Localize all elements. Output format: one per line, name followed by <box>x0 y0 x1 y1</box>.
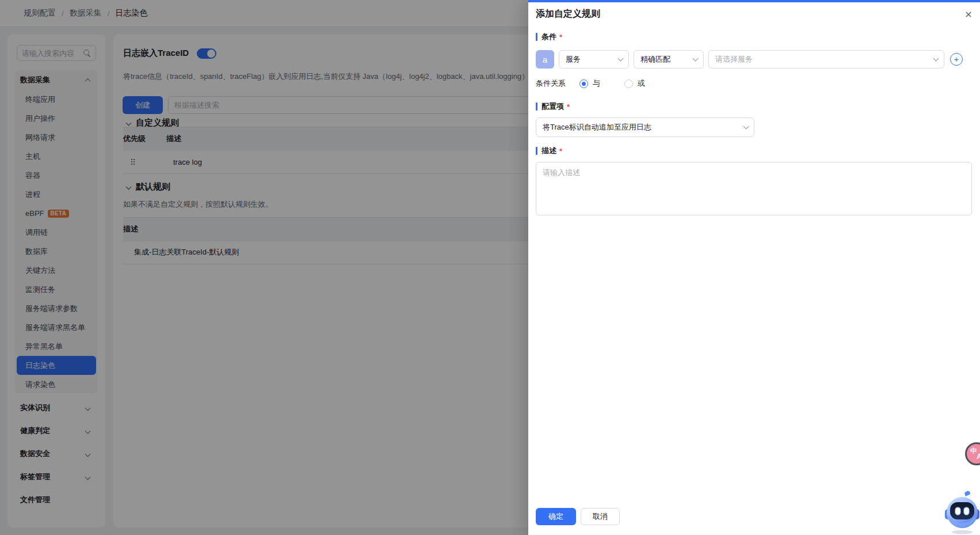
add-rule-drawer: 添加自定义规则 ✕ 条件 * a 服务 精确匹配 请选择服务 + 条件关系 <box>528 0 980 535</box>
required-asterisk: * <box>567 103 570 111</box>
required-asterisk: * <box>559 147 562 155</box>
cancel-button[interactable]: 取消 <box>581 508 620 525</box>
radio-label: 与 <box>593 78 600 89</box>
chevron-down-icon <box>618 56 624 62</box>
select-value: 精确匹配 <box>640 54 670 64</box>
section-accent-bar <box>536 33 537 41</box>
field-label: 描述 <box>542 146 556 156</box>
condition-badge: a <box>536 50 554 69</box>
add-condition-icon[interactable]: + <box>950 53 963 66</box>
drawer-title: 添加自定义规则 <box>536 8 600 20</box>
select-value: 将Trace标识自动追加至应用日志 <box>543 122 651 132</box>
drawer-footer: 确定 取消 <box>536 508 620 525</box>
translate-en-glyph: A <box>977 452 980 461</box>
section-accent-bar <box>536 103 537 111</box>
relation-label: 条件关系 <box>536 78 566 89</box>
condition-field-select[interactable]: 服务 <box>559 50 629 69</box>
chevron-down-icon <box>933 56 939 62</box>
condition-value-select[interactable]: 请选择服务 <box>708 50 944 69</box>
radio-checked-icon[interactable] <box>579 79 588 88</box>
condition-section-label: 条件 * <box>536 32 562 42</box>
relation-option-or[interactable]: 或 <box>624 78 645 89</box>
relation-option-and[interactable]: 与 <box>579 78 600 89</box>
condition-row: a 服务 精确匹配 请选择服务 + <box>536 50 963 69</box>
config-item-select[interactable]: 将Trace标识自动追加至应用日志 <box>536 117 754 137</box>
close-icon[interactable]: ✕ <box>962 7 975 21</box>
field-label: 条件 <box>542 32 556 42</box>
condition-operator-select[interactable]: 精确匹配 <box>634 50 704 69</box>
radio-label: 或 <box>638 78 645 89</box>
field-label: 配置项 <box>542 101 564 112</box>
chevron-down-icon <box>693 56 699 62</box>
required-asterisk: * <box>559 33 562 41</box>
app-root: 规则配置 / 数据采集 / 日志染色 数据采集 终端应用 用户操作 网络请求 主… <box>0 0 980 535</box>
select-placeholder: 请选择服务 <box>715 54 753 64</box>
radio-unchecked-icon[interactable] <box>624 79 633 88</box>
description-section-label: 描述 * <box>536 146 562 156</box>
drawer-accent-bar <box>528 0 980 2</box>
robot-assistant-icon[interactable] <box>944 488 980 535</box>
description-textarea[interactable] <box>536 162 972 215</box>
relation-row: 条件关系 与 或 <box>536 78 645 89</box>
section-accent-bar <box>536 147 537 155</box>
select-value: 服务 <box>566 54 581 64</box>
chevron-down-icon <box>743 124 749 130</box>
confirm-button[interactable]: 确定 <box>536 508 576 525</box>
config-section-label: 配置项 * <box>536 101 570 112</box>
